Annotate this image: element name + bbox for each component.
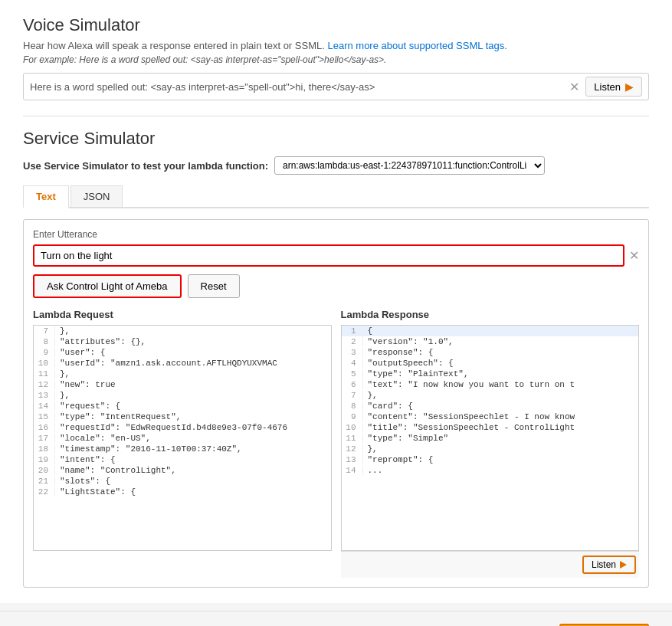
lambda-label: Use Service Simulator to test your lambd… — [23, 160, 268, 172]
simulator-tabs: Text JSON — [23, 185, 649, 208]
simulator-body: Enter Utterance ✕ Ask Control Light of A… — [23, 219, 649, 588]
utterance-label: Enter Utterance — [33, 229, 639, 240]
code-line-r17: 17 "locale": "en-US", — [34, 433, 331, 444]
lambda-request-title: Lambda Request — [33, 309, 332, 320]
code-line-r22: 22 "LightState": { — [34, 487, 331, 497]
code-line-r19: 19 "intent": { — [34, 454, 331, 465]
code-line-r12: 12 "new": true — [34, 379, 331, 390]
lambda-panels: Lambda Request 7 }, 8 "attributes": {}, … — [33, 309, 639, 578]
code-line-r16: 16 "requestId": "EdwRequestId.b4d8e9e3-0… — [34, 422, 331, 433]
response-listen-button[interactable]: Listen — [582, 556, 636, 574]
code-line-resp9: 9 "content": "SessionSpeechlet - I now k… — [342, 411, 639, 422]
code-line-resp13: 13 "reprompt": { — [342, 454, 639, 465]
lambda-selector-row: Use Service Simulator to test your lambd… — [23, 156, 649, 175]
code-line-r7: 7 }, — [34, 326, 331, 336]
utterance-input[interactable] — [33, 244, 624, 267]
voice-simulator-title: Voice Simulator — [23, 15, 649, 35]
code-line-r15: 15 "type": "IntentRequest", — [34, 411, 331, 422]
code-line-r9: 9 "user": { — [34, 347, 331, 358]
lambda-response-code[interactable]: 1{ 2 "version": "1.0", 3 "response": { 4… — [341, 325, 640, 551]
voice-simulator-description: Hear how Alexa will speak a response ent… — [23, 40, 649, 51]
code-line-resp8: 8 "card": { — [342, 401, 639, 411]
section-divider — [23, 116, 649, 116]
page-footer: Submit for Certification Next — [0, 611, 672, 626]
voice-input[interactable] — [30, 81, 569, 93]
lambda-request-panel: Lambda Request 7 }, 8 "attributes": {}, … — [33, 309, 332, 578]
lambda-select[interactable]: arn:aws:lambda:us-east-1:224378971011:fu… — [274, 156, 545, 175]
code-line-resp6: 6 "text": "I now know you want to turn o… — [342, 379, 639, 390]
code-line-resp10: 10 "title": "SessionSpeechlet - ControlL… — [342, 422, 639, 433]
voice-clear-icon[interactable]: ✕ — [569, 80, 579, 94]
code-line-resp4: 4 "outputSpeech": { — [342, 358, 639, 369]
code-line-resp11: 11 "type": "Simple" — [342, 433, 639, 444]
utterance-clear-icon[interactable]: ✕ — [629, 248, 639, 263]
response-scrollbar-h[interactable] — [342, 550, 639, 551]
code-line-resp7: 7 }, — [342, 390, 639, 401]
tab-json[interactable]: JSON — [70, 185, 123, 207]
code-line-r11: 11 }, — [34, 369, 331, 379]
lambda-response-title: Lambda Response — [341, 309, 640, 320]
code-line-resp14: 14 ... — [342, 465, 639, 476]
request-scrollbar[interactable] — [34, 550, 331, 551]
code-line-r20: 20 "name": "ControlLight", — [34, 465, 331, 476]
tab-text[interactable]: Text — [23, 185, 69, 208]
response-listen-label: Listen — [592, 559, 616, 570]
response-listen-row: Listen — [341, 551, 640, 578]
code-line-r18: 18 "timestamp": "2016-11-10T00:37:40Z", — [34, 444, 331, 454]
voice-listen-button[interactable]: Listen ▶ — [585, 77, 642, 97]
voice-listen-label: Listen — [594, 81, 621, 93]
ask-button[interactable]: Ask Control Light of Ameba — [33, 274, 182, 298]
code-line-r10: 10 "userId": "amzn1.ask.account.AFTLHQDY… — [34, 358, 331, 369]
code-line-resp1: 1{ — [342, 326, 639, 336]
service-simulator-title: Service Simulator — [23, 129, 649, 149]
lambda-response-scroll[interactable]: 1{ 2 "version": "1.0", 3 "response": { 4… — [342, 326, 639, 550]
voice-play-icon: ▶ — [625, 80, 634, 93]
code-line-r8: 8 "attributes": {}, — [34, 336, 331, 347]
utterance-input-row: ✕ — [33, 244, 639, 267]
voice-input-container: ✕ Listen ▶ — [23, 73, 649, 100]
code-line-resp12: 12 }, — [342, 444, 639, 454]
lambda-request-scroll[interactable]: 7 }, 8 "attributes": {}, 9 "user": { 10 … — [34, 326, 331, 550]
code-line-r13: 13 }, — [34, 390, 331, 401]
voice-simulator-example: For example: Here is a word spelled out:… — [23, 54, 649, 65]
code-line-resp5: 5 "type": "PlainText", — [342, 369, 639, 379]
code-line-r21: 21 "slots": { — [34, 476, 331, 487]
lambda-request-code[interactable]: 7 }, 8 "attributes": {}, 9 "user": { 10 … — [33, 325, 332, 551]
lambda-response-panel: Lambda Response 1{ 2 "version": "1.0", 3… — [341, 309, 640, 578]
code-line-resp2: 2 "version": "1.0", — [342, 336, 639, 347]
code-line-r14: 14 "request": { — [34, 401, 331, 411]
response-play-icon — [620, 561, 627, 569]
reset-button[interactable]: Reset — [188, 274, 240, 298]
action-buttons: Ask Control Light of Ameba Reset — [33, 274, 639, 298]
code-line-resp3: 3 "response": { — [342, 347, 639, 358]
ssml-link[interactable]: Learn more about supported SSML tags. — [327, 40, 506, 51]
